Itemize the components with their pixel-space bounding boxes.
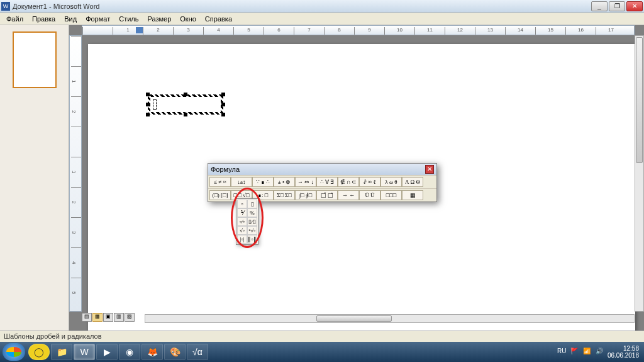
word-app-icon: W <box>1 2 10 11</box>
fraction-option[interactable]: ▯ <box>247 200 257 208</box>
fraction-option[interactable]: ⅟ <box>237 208 247 217</box>
template-sum-button[interactable]: Σ□ Σ□ <box>274 190 295 200</box>
menu-bar: Файл Правка Вид Формат Стиль Размер Окно… <box>0 13 644 25</box>
template-matrix-button[interactable]: □□□ <box>380 190 402 200</box>
fraction-option[interactable]: ▫⁄▫ <box>237 217 247 226</box>
menu-view[interactable]: Вид <box>60 14 80 24</box>
view-reading[interactable]: ▧ <box>125 313 135 322</box>
firefox-icon[interactable]: 🦊 <box>142 344 163 360</box>
tray-volume-icon[interactable]: 🔊 <box>595 348 604 356</box>
radical-option[interactable]: ⁿ√▫ <box>247 226 257 235</box>
maximize-button[interactable]: ❐ <box>609 1 625 11</box>
page-thumbnail[interactable] <box>13 31 57 88</box>
template-fences-button[interactable]: (□) [□] <box>209 190 231 200</box>
chrome-icon[interactable]: ◉ <box>119 344 140 360</box>
tray-lang[interactable]: RU <box>557 348 566 356</box>
start-button[interactable] <box>3 343 25 361</box>
horizontal-ruler[interactable]: 1234567891011121314151617 <box>82 25 635 35</box>
system-tray: RU 🚩 📶 🔊 12:58 06.06.2018 <box>557 345 641 359</box>
view-web[interactable]: ▣ <box>103 313 113 322</box>
resize-handle[interactable] <box>184 113 187 116</box>
view-print[interactable]: ▦ <box>92 313 103 322</box>
fraction-option[interactable]: % <box>247 208 257 217</box>
formula-toolbar-title[interactable]: Формула ✕ <box>208 164 436 175</box>
paint-icon[interactable]: 🎨 <box>164 344 186 360</box>
symbols-misc-button[interactable]: ∂ ∞ ℓ <box>359 177 380 187</box>
status-text: Шаблоны дробей и радикалов <box>4 332 102 340</box>
menu-file[interactable]: Файл <box>3 14 27 24</box>
fraction-option[interactable]: ▫ <box>237 200 247 208</box>
horizontal-scrollbar[interactable] <box>145 314 635 323</box>
thumbnail-pane: 1 <box>0 25 69 331</box>
radical-option[interactable]: |▫| <box>237 235 247 244</box>
equation-cursor <box>153 99 157 110</box>
radical-option[interactable]: ‖▫‖ <box>247 235 257 244</box>
mathtype-icon[interactable]: √α <box>187 344 208 360</box>
resize-handle[interactable] <box>146 93 150 96</box>
tray-flag-icon[interactable]: 🚩 <box>570 348 579 356</box>
resize-handle[interactable] <box>184 93 187 96</box>
symbols-logic-button[interactable]: ∴ ∀ ∃ <box>316 177 338 187</box>
window-title: Документ1 - Microsoft Word <box>13 3 591 10</box>
scrollbar-thumb[interactable] <box>316 315 392 322</box>
fractions-dropdown: ▫▯ ⅟% ▫⁄▫▯⁄▯ √▫ⁿ√▫ |▫|‖▫‖ <box>236 198 258 245</box>
template-products-button[interactable]: Ū Ū <box>359 190 380 200</box>
symbols-operators-button[interactable]: ± • ⊗ <box>274 177 295 187</box>
formula-row-1: ≤ ≠ ≈ ↓a↕ ∵ ∎ ∴ ± • ⊗ → ⇔ ↓ ∴ ∀ ∃ ∉ ∩ ⊂ … <box>208 175 436 188</box>
window-titlebar: W Документ1 - Microsoft Word _ ❐ ✕ <box>0 0 644 13</box>
windows-taskbar: ◯📁W▶◉🦊🎨√α RU 🚩 📶 🔊 12:58 06.06.2018 <box>0 342 644 362</box>
template-integral-button[interactable]: ∫□ ∮□ <box>295 190 316 200</box>
resize-handle[interactable] <box>221 103 225 106</box>
resize-handle[interactable] <box>146 103 150 106</box>
menu-size[interactable]: Размер <box>143 14 175 24</box>
resize-handle[interactable] <box>221 93 225 96</box>
vertical-ruler[interactable]: 1212345 <box>69 35 82 312</box>
status-bar: Шаблоны дробей и радикалов <box>0 331 644 342</box>
radical-option[interactable]: √▫ <box>237 226 247 235</box>
tray-clock[interactable]: 12:58 06.06.2018 <box>608 345 639 359</box>
menu-window[interactable]: Окно <box>176 14 200 24</box>
view-normal[interactable]: ▤ <box>82 313 92 322</box>
symbols-embellish-button[interactable]: ∵ ∎ ∴ <box>252 177 274 187</box>
symbols-greek-upper-button[interactable]: Λ Ω Θ <box>402 177 423 187</box>
view-mode-buttons: ▤ ▦ ▣ ▥ ▧ <box>82 313 135 323</box>
symbols-sets-button[interactable]: ∉ ∩ ⊂ <box>338 177 359 187</box>
template-arrows-button[interactable]: → ← <box>338 190 359 200</box>
minimize-button[interactable]: _ <box>591 1 608 11</box>
explorer-icon[interactable]: 📁 <box>51 344 72 360</box>
close-button[interactable]: ✕ <box>626 1 643 11</box>
yandex-browser-icon[interactable]: ◯ <box>28 344 50 360</box>
resize-handle[interactable] <box>221 113 225 116</box>
menu-format[interactable]: Формат <box>82 14 114 24</box>
tray-network-icon[interactable]: 📶 <box>582 348 591 356</box>
symbols-arrows-button[interactable]: → ⇔ ↓ <box>295 177 316 187</box>
formula-close-button[interactable]: ✕ <box>425 165 434 174</box>
menu-edit[interactable]: Правка <box>28 14 59 24</box>
resize-handle[interactable] <box>146 113 150 116</box>
template-boxes-button[interactable]: ▦ <box>402 190 423 200</box>
template-overbar-button[interactable]: □̄ □̂ <box>316 190 338 200</box>
vertical-scrollbar[interactable] <box>635 35 644 312</box>
symbols-spaces-button[interactable]: ↓a↕ <box>231 177 252 187</box>
equation-object[interactable] <box>148 94 223 115</box>
formula-toolbar[interactable]: Формула ✕ ≤ ≠ ≈ ↓a↕ ∵ ∎ ∴ ± • ⊗ → ⇔ ↓ ∴ … <box>208 163 437 202</box>
scrollbar-thumb[interactable] <box>636 37 643 163</box>
menu-style[interactable]: Стиль <box>115 14 142 24</box>
menu-help[interactable]: Справка <box>201 14 236 24</box>
word-icon[interactable]: W <box>74 344 95 360</box>
symbols-greek-lower-button[interactable]: λ ω θ <box>380 177 402 187</box>
symbols-relational-button[interactable]: ≤ ≠ ≈ <box>209 177 231 187</box>
view-outline[interactable]: ▥ <box>114 313 124 322</box>
fraction-option[interactable]: ▯⁄▯ <box>247 217 257 226</box>
media-player-icon[interactable]: ▶ <box>96 344 118 360</box>
